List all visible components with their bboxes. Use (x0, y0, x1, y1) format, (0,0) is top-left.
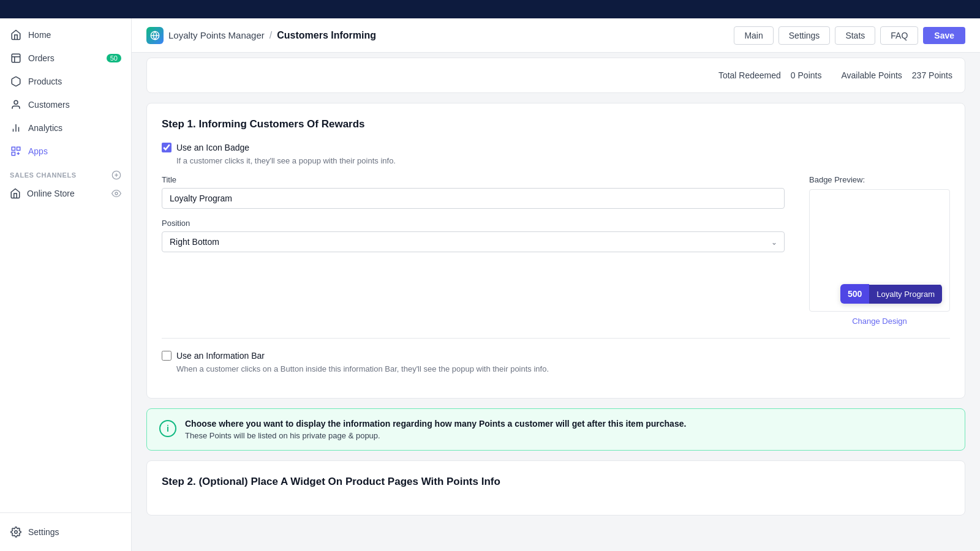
total-redeemed-label: Total Redeemed (718, 70, 781, 80)
sidebar-item-orders[interactable]: Orders 50 (0, 47, 131, 70)
step1-card: Step 1. Informing Customers Of Rewards U… (146, 103, 965, 399)
online-store-label: Online Store (27, 189, 75, 198)
page-title: Customers Informing (277, 30, 376, 41)
step2-card: Step 2. (Optional) Place A Widget On Pro… (146, 460, 965, 515)
online-store-eye-icon (111, 189, 121, 198)
sidebar: Home Orders 50 Products (0, 18, 132, 551)
sidebar-settings-label: Settings (28, 527, 59, 537)
icon-badge-desc: If a customer clicks it, they'll see a p… (176, 156, 950, 165)
info-box: i Choose where you want to display the i… (146, 408, 965, 451)
tab-main[interactable]: Main (734, 26, 773, 45)
svg-rect-7 (12, 147, 15, 150)
info-bar-row: Use an Information Bar (162, 351, 950, 361)
app-icon (146, 27, 164, 44)
badge-count: 500 (840, 284, 869, 304)
summary-card: Total Redeemed 0 Points Available Points… (146, 58, 965, 93)
sidebar-home-label: Home (28, 30, 51, 40)
total-redeemed-value: 0 Points (791, 70, 822, 80)
badge-text: Loyalty Program (869, 285, 942, 304)
orders-icon (10, 52, 22, 64)
icon-badge-label[interactable]: Use an Icon Badge (176, 143, 249, 152)
app-name: Loyalty Points Manager (168, 30, 265, 40)
sidebar-item-home[interactable]: Home (0, 23, 131, 47)
tab-stats[interactable]: Stats (835, 26, 875, 45)
badge-widget[interactable]: 500 Loyalty Program (840, 284, 942, 304)
info-icon: i (159, 420, 176, 437)
position-select[interactable]: Right BottomRight TopLeft BottomLeft Top (162, 231, 785, 252)
sidebar-products-label: Products (28, 77, 62, 86)
badge-preview-box: 500 Loyalty Program (809, 189, 950, 312)
sidebar-item-products[interactable]: Products (0, 70, 131, 93)
sidebar-item-online-store[interactable]: Online Store (0, 182, 131, 204)
icon-badge-checkbox[interactable] (162, 143, 172, 152)
info-bar-checkbox[interactable] (162, 351, 172, 361)
position-field-label: Position (162, 219, 785, 228)
products-icon (10, 75, 22, 88)
sidebar-analytics-label: Analytics (28, 123, 62, 133)
svg-point-14 (15, 531, 18, 534)
badge-preview-label: Badge Preview: (809, 175, 950, 184)
step2-title: Step 2. (Optional) Place A Widget On Pro… (162, 476, 950, 488)
sidebar-item-customers[interactable]: Customers (0, 93, 131, 116)
svg-rect-0 (12, 54, 20, 62)
tab-faq[interactable]: FAQ (880, 26, 918, 45)
tab-settings[interactable]: Settings (778, 26, 831, 45)
sidebar-item-apps[interactable]: Apps (0, 140, 131, 163)
info-bar-desc: When a customer clicks on a Button insid… (176, 364, 950, 373)
sidebar-apps-label: Apps (28, 146, 48, 156)
customers-icon (10, 99, 22, 111)
sidebar-orders-label: Orders (28, 53, 55, 63)
add-sales-channel-icon[interactable] (111, 170, 121, 180)
info-box-strong: Choose where you want to display the inf… (185, 419, 686, 429)
sidebar-customers-label: Customers (28, 100, 70, 110)
orders-badge: 50 (107, 54, 121, 62)
settings-icon (10, 526, 22, 538)
change-design-link[interactable]: Change Design (809, 317, 950, 326)
online-store-icon (10, 188, 21, 199)
main-area: Loyalty Points Manager / Customers Infor… (132, 18, 980, 551)
svg-point-3 (14, 100, 18, 104)
available-points-value: 237 Points (912, 70, 952, 80)
icon-badge-row: Use an Icon Badge (162, 143, 950, 152)
sales-channels-section: SALES CHANNELS (0, 163, 131, 182)
available-points-label: Available Points (841, 70, 902, 80)
sidebar-item-analytics[interactable]: Analytics (0, 116, 131, 140)
breadcrumb-separator: / (270, 30, 272, 41)
svg-point-13 (115, 192, 118, 195)
sales-channels-label: SALES CHANNELS (10, 171, 77, 179)
top-bar (0, 0, 980, 18)
info-bar-label[interactable]: Use an Information Bar (176, 351, 265, 361)
step1-title: Step 1. Informing Customers Of Rewards (162, 118, 950, 130)
title-field-label: Title (162, 175, 785, 184)
svg-rect-8 (17, 147, 20, 150)
content-area: Total Redeemed 0 Points Available Points… (132, 53, 980, 551)
analytics-icon (10, 122, 22, 134)
home-icon (10, 29, 22, 41)
sidebar-item-settings[interactable]: Settings (0, 520, 131, 544)
info-box-body: These Points will be listed on his priva… (185, 431, 686, 440)
svg-rect-9 (12, 152, 15, 156)
save-button[interactable]: Save (923, 27, 965, 44)
header: Loyalty Points Manager / Customers Infor… (132, 18, 980, 53)
title-input[interactable] (162, 188, 785, 209)
divider (162, 338, 950, 339)
apps-icon (10, 145, 22, 157)
